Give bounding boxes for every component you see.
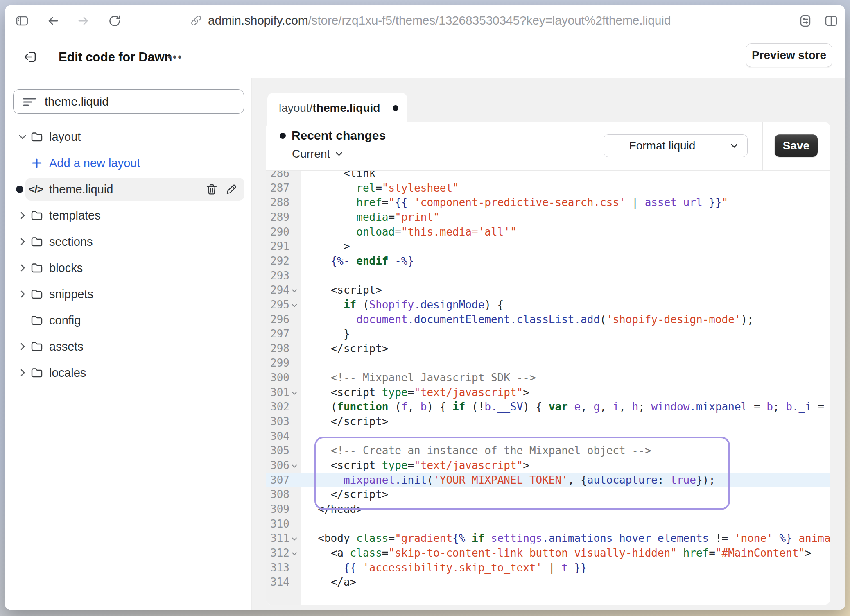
delete-file-icon[interactable] bbox=[205, 183, 218, 196]
code-line-307[interactable]: mixpanel.init('YOUR_MIXPANEL_TOKEN', {au… bbox=[305, 473, 715, 488]
code-line-302[interactable]: (function (f, b) { if (!b.__SV) { var e,… bbox=[305, 400, 830, 414]
fold-chevron-icon[interactable] bbox=[290, 458, 299, 470]
code-line-309[interactable]: </head> bbox=[305, 502, 363, 517]
line-number[interactable]: 290 bbox=[266, 225, 289, 240]
sidebar-item-config[interactable]: config bbox=[5, 307, 251, 333]
line-number[interactable]: 309 bbox=[266, 502, 289, 517]
line-number[interactable]: 311 bbox=[266, 531, 289, 546]
code-line-290[interactable]: onload="this.media='all'" bbox=[305, 225, 517, 240]
code-line-303[interactable]: </script> bbox=[305, 414, 389, 429]
extensions-icon[interactable] bbox=[798, 14, 812, 28]
toolbar-divider bbox=[762, 122, 763, 170]
tab-theme-liquid[interactable]: layout/theme.liquid bbox=[267, 93, 407, 124]
preview-store-button[interactable]: Preview store bbox=[746, 43, 832, 67]
fold-chevron-icon[interactable] bbox=[290, 531, 299, 543]
sidebar-item-add-a-new-layout[interactable]: Add a new layout bbox=[5, 150, 251, 176]
line-number[interactable]: 287 bbox=[266, 181, 289, 196]
code-editor[interactable]: 2862872882892902912922932942952962972982… bbox=[266, 171, 830, 605]
code-line-298[interactable]: </script> bbox=[305, 342, 389, 356]
chevron-right-icon[interactable] bbox=[17, 263, 28, 273]
chevron-right-icon[interactable] bbox=[17, 367, 28, 378]
code-line-292[interactable]: {%- endif -%} bbox=[305, 254, 414, 269]
item-label: snippets bbox=[49, 281, 93, 307]
code-line-314[interactable]: </a> bbox=[305, 575, 356, 590]
sidebar-item-snippets[interactable]: snippets bbox=[5, 281, 251, 307]
more-actions-button[interactable]: ••• bbox=[168, 36, 183, 78]
chevron-right-icon[interactable] bbox=[17, 341, 28, 352]
code-line-313[interactable]: {{ 'accessibility.skip_to_text' | t }} bbox=[305, 561, 587, 575]
sidebar-item-theme-liquid[interactable]: </>theme.liquid bbox=[5, 176, 251, 202]
line-number[interactable]: 307 bbox=[266, 473, 289, 488]
split-view-icon[interactable] bbox=[824, 14, 838, 28]
file-search-input[interactable]: theme.liquid bbox=[13, 89, 244, 114]
fold-chevron-icon[interactable] bbox=[290, 283, 299, 295]
line-number[interactable]: 302 bbox=[266, 400, 289, 414]
code-line-287[interactable]: rel="stylesheet" bbox=[305, 181, 459, 196]
line-number[interactable]: 301 bbox=[266, 385, 289, 400]
code-line-311[interactable]: <body class="gradient{% if settings.anim… bbox=[305, 531, 830, 546]
line-number[interactable]: 297 bbox=[266, 327, 289, 342]
sidebar-item-blocks[interactable]: blocks bbox=[5, 255, 251, 281]
code-line-289[interactable]: media="print" bbox=[305, 210, 440, 225]
line-number[interactable]: 296 bbox=[266, 313, 289, 327]
address-bar[interactable]: admin.shopify.com/store/rzq1xu-f5/themes… bbox=[190, 5, 671, 36]
code-line-294[interactable]: <script> bbox=[305, 283, 382, 298]
line-number[interactable]: 314 bbox=[266, 575, 289, 590]
line-number[interactable]: 305 bbox=[266, 444, 289, 458]
line-number[interactable]: 303 bbox=[266, 414, 289, 429]
chevron-right-icon[interactable] bbox=[17, 236, 28, 247]
forward-icon[interactable] bbox=[76, 14, 90, 28]
line-number[interactable]: 292 bbox=[266, 254, 289, 269]
line-number[interactable]: 294 bbox=[266, 283, 289, 298]
chevron-right-icon[interactable] bbox=[17, 289, 28, 299]
line-number[interactable]: 310 bbox=[266, 517, 289, 532]
chevron-right-icon[interactable] bbox=[17, 210, 28, 221]
code-line-295[interactable]: if (Shopify.designMode) { bbox=[305, 298, 504, 313]
code-line-291[interactable]: > bbox=[305, 239, 350, 254]
line-number[interactable]: 304 bbox=[266, 429, 289, 444]
code-line-297[interactable]: } bbox=[305, 327, 350, 342]
code-line-301[interactable]: <script type="text/javascript"> bbox=[305, 385, 529, 400]
line-number[interactable]: 299 bbox=[266, 356, 289, 371]
line-number[interactable]: 295 bbox=[266, 298, 289, 313]
fold-chevron-icon[interactable] bbox=[290, 385, 299, 397]
format-options-chevron[interactable] bbox=[721, 135, 747, 157]
code-line-312[interactable]: <a class="skip-to-content-link button vi… bbox=[305, 546, 812, 561]
code-line-305[interactable]: <!-- Create an instance of the Mixpanel … bbox=[305, 444, 651, 458]
app-header: Edit code for Dawn ••• Preview store bbox=[5, 36, 845, 78]
sidebar-item-layout[interactable]: layout bbox=[5, 124, 251, 150]
line-number[interactable]: 289 bbox=[266, 210, 289, 225]
chevron-down-icon[interactable] bbox=[17, 131, 28, 142]
sidebar-item-templates[interactable]: templates bbox=[5, 202, 251, 229]
line-number[interactable]: 298 bbox=[266, 342, 289, 356]
sidebar-item-locales[interactable]: locales bbox=[5, 360, 251, 386]
fold-chevron-icon[interactable] bbox=[290, 298, 299, 310]
rename-file-icon[interactable] bbox=[225, 183, 238, 196]
exit-editor-icon[interactable] bbox=[23, 50, 37, 64]
line-number[interactable]: 306 bbox=[266, 458, 289, 473]
sidebar-item-assets[interactable]: assets bbox=[5, 333, 251, 360]
line-number[interactable]: 308 bbox=[266, 487, 289, 502]
code-line-306[interactable]: <script type="text/javascript"> bbox=[305, 458, 529, 473]
code-line-286[interactable]: <link bbox=[305, 171, 375, 181]
line-number[interactable]: 312 bbox=[266, 546, 289, 561]
save-button[interactable]: Save bbox=[775, 134, 818, 157]
folder-icon bbox=[30, 314, 43, 327]
line-number[interactable]: 300 bbox=[266, 371, 289, 385]
line-number[interactable]: 286 bbox=[266, 171, 289, 181]
line-number[interactable]: 291 bbox=[266, 239, 289, 254]
line-number[interactable]: 313 bbox=[266, 561, 289, 575]
back-icon[interactable] bbox=[46, 14, 60, 28]
fold-chevron-icon[interactable] bbox=[290, 546, 299, 558]
version-dropdown[interactable]: Current bbox=[292, 147, 344, 161]
sidebar-toggle-icon[interactable] bbox=[15, 14, 29, 28]
reload-icon[interactable] bbox=[107, 14, 121, 28]
code-line-300[interactable]: <!-- Mixpanel Javascript SDK --> bbox=[305, 371, 536, 385]
sidebar-item-sections[interactable]: sections bbox=[5, 229, 251, 255]
code-line-288[interactable]: href="{{ 'component-predictive-search.cs… bbox=[305, 195, 728, 210]
line-number[interactable]: 288 bbox=[266, 195, 289, 210]
code-line-308[interactable]: </script> bbox=[305, 487, 389, 502]
code-line-296[interactable]: document.documentElement.classList.add('… bbox=[305, 313, 754, 327]
line-number[interactable]: 293 bbox=[266, 269, 289, 283]
format-liquid-button[interactable]: Format liquid bbox=[604, 134, 748, 157]
